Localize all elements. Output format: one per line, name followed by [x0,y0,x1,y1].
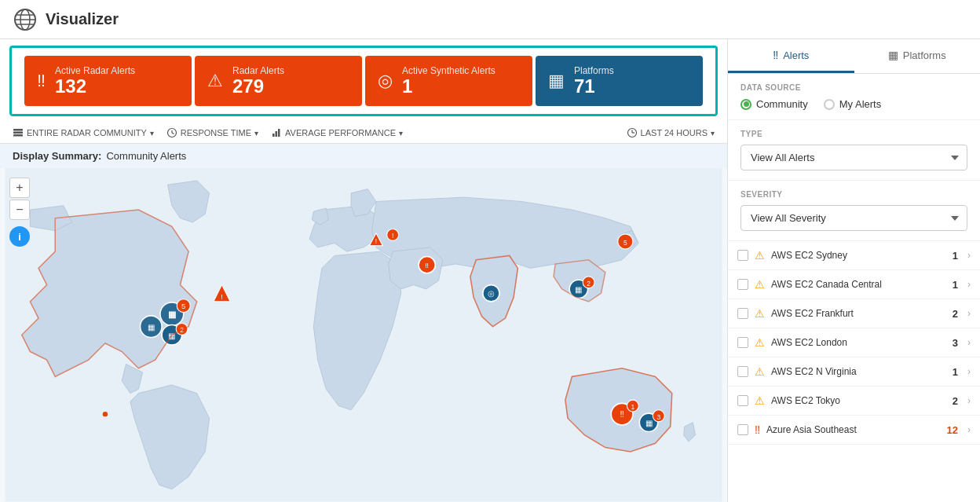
data-source-filter: DATA SOURCE Community My Alerts [728,74,980,120]
svg-line-10 [172,133,174,134]
world-map: ▦ 5 5 ▦ ▦ 2 ! ! ! ‼ [0,168,727,502]
alert-warn-icon: ⚠ [755,307,765,320]
alert-count: 2 [953,308,958,320]
alert-count: 1 [953,279,958,291]
toolbar-last-24h[interactable]: LAST 24 HOURS ▾ [627,127,715,138]
active-radar-icon: ‼ [37,71,46,91]
stat-platforms[interactable]: ▦ Platforms 71 [536,56,703,106]
alert-count: 2 [953,395,958,407]
severity-dropdown[interactable]: View All Severity Critical Major Minor [740,205,967,231]
svg-text:◎: ◎ [488,290,495,299]
svg-text:1: 1 [631,403,635,411]
svg-text:!: ! [375,237,377,245]
active-radar-label: Active Radar Alerts [55,65,135,76]
bar-chart-icon [271,127,282,138]
alert-checkbox[interactable] [737,279,748,290]
radio-community[interactable]: Community [740,98,808,110]
map-container: + − i [0,168,727,502]
svg-text:‼: ‼ [425,262,429,270]
alert-checkbox[interactable] [737,250,748,261]
data-source-label: DATA SOURCE [740,83,967,92]
alert-count: 3 [953,337,958,349]
radar-label: Radar Alerts [232,65,284,76]
display-summary-value: Community Alerts [106,150,186,162]
display-summary-label: Display Summary: [13,150,101,162]
toolbar-response-time[interactable]: RESPONSE TIME ▾ [166,127,258,138]
map-controls: + − i [9,178,30,247]
zoom-in-button[interactable]: + [9,178,30,198]
chevron-down-icon-3: ▾ [399,129,403,137]
toolbar: ENTIRE RADAR COMMUNITY ▾ RESPONSE TIME ▾ [0,123,727,144]
info-button[interactable]: i [9,226,30,247]
display-summary: Display Summary: Community Alerts [0,144,727,168]
alert-count: 1 [953,250,958,262]
svg-text:!: ! [221,292,223,301]
svg-text:▦: ▦ [645,419,653,427]
tabs: ‼ Alerts ▦ Platforms [728,39,980,74]
toolbar-community[interactable]: ENTIRE RADAR COMMUNITY ▾ [13,127,154,138]
alert-checkbox[interactable] [737,424,748,435]
list-item[interactable]: ⚠ AWS EC2 Canada Central 1 › [728,270,980,299]
stat-active-radar[interactable]: ‼ Active Radar Alerts 132 [24,56,192,106]
tab-platforms[interactable]: ▦ Platforms [854,39,981,73]
header: Visualizer [0,0,980,39]
type-dropdown[interactable]: View All Alerts Radar Alerts Synthetic A… [740,145,967,170]
main-layout: ‼ Active Radar Alerts 132 ⚠ Radar Alerts… [0,39,980,502]
list-item[interactable]: ⚠ AWS EC2 N Virginia 1 › [728,357,980,387]
svg-text:5: 5 [181,302,185,311]
list-item[interactable]: ⚠ AWS EC2 London 3 › [728,328,980,357]
alert-checkbox[interactable] [737,366,748,377]
svg-text:5: 5 [623,239,627,247]
radio-dot-my-alerts [824,99,835,110]
stat-radar[interactable]: ⚠ Radar Alerts 279 [195,56,362,106]
toolbar-response-time-label: RESPONSE TIME [181,128,251,137]
list-item[interactable]: ⚠ AWS EC2 Sydney 1 › [728,241,980,270]
svg-rect-11 [272,134,275,137]
type-filter-label: TYPE [740,130,967,138]
platforms-label: Platforms [574,65,614,76]
chevron-right-icon: › [967,395,971,406]
chevron-right-icon: › [967,308,971,319]
zoom-out-button[interactable]: − [9,200,30,220]
time-icon [627,127,638,138]
stat-synthetic[interactable]: ◎ Active Synthetic Alerts 1 [365,56,532,106]
alert-checkbox[interactable] [737,308,748,319]
data-source-radio-group: Community My Alerts [740,98,967,110]
alert-name: AWS EC2 Sydney [771,250,946,261]
radar-value: 279 [232,76,284,97]
svg-rect-5 [13,129,23,131]
list-item[interactable]: ‼ Azure Asia Southeast 12 › [728,416,980,445]
severity-filter-label: SEVERITY [740,190,967,199]
alert-name: AWS EC2 Tokyo [771,395,946,406]
svg-rect-6 [13,132,23,134]
svg-text:!: ! [392,233,393,240]
svg-rect-13 [278,129,280,137]
svg-text:▦: ▦ [168,310,176,319]
alert-checkbox[interactable] [737,337,748,348]
severity-filter: SEVERITY View All Severity Critical Majo… [728,181,980,241]
alerts-tab-label: Alerts [783,49,809,61]
alert-name: AWS EC2 Canada Central [771,279,946,290]
toolbar-avg-performance[interactable]: AVERAGE PERFORMANCE ▾ [271,127,403,138]
list-item[interactable]: ⚠ AWS EC2 Tokyo 2 › [728,387,980,416]
radio-my-alerts[interactable]: My Alerts [824,98,881,110]
stats-bar: ‼ Active Radar Alerts 132 ⚠ Radar Alerts… [9,46,718,116]
layers-icon [13,127,24,138]
alert-warn-icon: ‼ [755,423,760,436]
alert-list: ⚠ AWS EC2 Sydney 1 › ⚠ AWS EC2 Canada Ce… [728,241,980,502]
svg-rect-7 [13,134,23,137]
alert-warn-icon: ⚠ [755,394,765,407]
alert-count: 1 [953,366,958,378]
clock-icon [166,127,177,138]
type-filter: TYPE View All Alerts Radar Alerts Synthe… [728,120,980,181]
chevron-right-icon: › [967,337,971,348]
toolbar-last-24h-label: LAST 24 HOURS [641,128,708,137]
alert-count: 12 [947,424,958,436]
list-item[interactable]: ⚠ AWS EC2 Frankfurt 2 › [728,299,980,328]
radio-community-label: Community [756,98,808,110]
alert-checkbox[interactable] [737,395,748,406]
chevron-down-icon-4: ▾ [711,129,715,137]
alert-warn-icon: ⚠ [755,249,765,262]
chevron-right-icon: › [967,250,971,261]
tab-alerts[interactable]: ‼ Alerts [728,39,854,73]
